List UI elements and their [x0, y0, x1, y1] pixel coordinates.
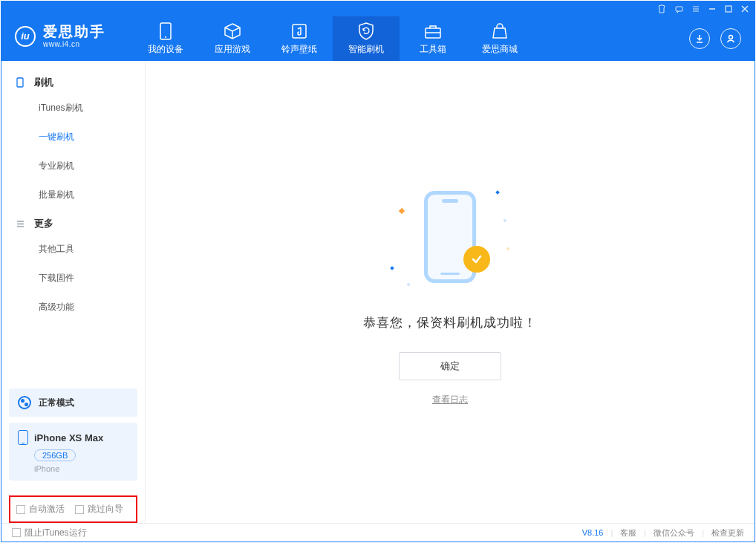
checkbox-icon — [75, 505, 84, 514]
svg-rect-0 — [676, 7, 682, 11]
svg-rect-7 — [17, 78, 23, 87]
main-content: 恭喜您，保资料刷机成功啦！ 确定 查看日志 — [146, 61, 755, 523]
logo-title: 爱思助手 — [43, 25, 105, 40]
bag-icon — [491, 22, 509, 40]
footer-kefu-link[interactable]: 客服 — [620, 527, 636, 539]
svg-point-6 — [729, 36, 733, 39]
nav-apps[interactable]: 应用游戏 — [199, 16, 266, 61]
checkbox-label: 自动激活 — [29, 503, 65, 516]
download-manager-button[interactable] — [689, 28, 710, 49]
maximize-icon[interactable] — [725, 5, 732, 13]
menu-icon[interactable] — [692, 5, 700, 13]
sidebar-section-flash[interactable]: 刷机 — [1, 68, 145, 94]
logo[interactable]: iu 爱思助手 www.i4.cn — [1, 25, 119, 53]
sidebar-item-download-firmware[interactable]: 下载固件 — [1, 264, 145, 293]
sidebar: 刷机 iTunes刷机 一键刷机 专业刷机 批量刷机 更多 其他工具 下载固件 … — [1, 61, 146, 523]
mode-label: 正常模式 — [39, 397, 74, 409]
svg-point-3 — [165, 36, 166, 38]
nav-label: 工具箱 — [420, 43, 446, 56]
feedback-icon[interactable] — [675, 5, 683, 13]
music-icon — [290, 22, 308, 40]
ok-button[interactable]: 确定 — [399, 352, 501, 380]
footer-wechat-link[interactable]: 微信公众号 — [654, 527, 694, 539]
mode-icon — [18, 396, 31, 409]
nav-my-device[interactable]: 我的设备 — [132, 16, 199, 61]
sidebar-section-more[interactable]: 更多 — [1, 209, 145, 235]
device-panel[interactable]: iPhone XS Max 256GB iPhone — [9, 423, 137, 481]
section-title: 刷机 — [34, 76, 53, 89]
skip-guide-checkbox[interactable]: 跳过向导 — [75, 503, 123, 516]
mode-indicator[interactable]: 正常模式 — [9, 388, 137, 417]
checkbox-label: 跳过向导 — [88, 503, 123, 516]
sidebar-item-advanced[interactable]: 高级功能 — [1, 293, 145, 322]
footer-update-link[interactable]: 检查更新 — [711, 527, 744, 539]
version-label: V8.16 — [582, 528, 604, 537]
svg-rect-4 — [293, 25, 306, 38]
minimize-icon[interactable] — [708, 5, 716, 13]
titlebar — [1, 1, 755, 16]
nav-label: 我的设备 — [148, 43, 183, 56]
header: iu 爱思助手 www.i4.cn 我的设备 应用游戏 铃声壁纸 智能刷机 工具… — [1, 16, 755, 61]
shield-refresh-icon — [357, 22, 375, 40]
nav-flash[interactable]: 智能刷机 — [333, 16, 400, 61]
phone-icon — [157, 22, 175, 40]
device-capacity: 256GB — [34, 449, 76, 461]
close-icon[interactable] — [741, 5, 749, 13]
highlighted-options: 自动激活 跳过向导 — [9, 495, 137, 523]
user-button[interactable] — [720, 28, 741, 49]
success-illustration — [383, 178, 517, 296]
sidebar-item-onekey-flash[interactable]: 一键刷机 — [1, 123, 145, 152]
checkbox-icon — [12, 528, 21, 537]
auto-activate-checkbox[interactable]: 自动激活 — [16, 503, 65, 516]
check-badge-icon — [463, 246, 490, 273]
svg-rect-1 — [726, 6, 731, 12]
section-title: 更多 — [34, 217, 53, 230]
sidebar-item-itunes-flash[interactable]: iTunes刷机 — [1, 94, 145, 123]
skin-icon[interactable] — [657, 4, 666, 13]
nav-ringtone[interactable]: 铃声壁纸 — [266, 16, 333, 61]
logo-subtitle: www.i4.cn — [43, 40, 105, 48]
footer: 阻止iTunes运行 V8.16 | 客服 | 微信公众号 | 检查更新 — [1, 523, 755, 542]
checkbox-icon — [16, 505, 25, 514]
device-icon — [18, 430, 28, 445]
success-message: 恭喜您，保资料刷机成功啦！ — [363, 314, 537, 331]
block-itunes-checkbox[interactable]: 阻止iTunes运行 — [12, 527, 87, 539]
sidebar-item-pro-flash[interactable]: 专业刷机 — [1, 152, 145, 181]
nav-label: 爱思商城 — [482, 43, 518, 56]
hamburger-icon — [16, 220, 27, 228]
logo-icon: iu — [15, 26, 36, 47]
device-name: iPhone XS Max — [34, 432, 103, 443]
sidebar-item-batch-flash[interactable]: 批量刷机 — [1, 181, 145, 209]
nav-label: 智能刷机 — [348, 43, 384, 56]
nav-store[interactable]: 爱思商城 — [466, 16, 533, 61]
phone-small-icon — [16, 77, 27, 88]
checkbox-label: 阻止iTunes运行 — [25, 527, 87, 539]
nav-toolbox[interactable]: 工具箱 — [400, 16, 466, 61]
device-type: iPhone — [34, 464, 128, 473]
nav: 我的设备 应用游戏 铃声壁纸 智能刷机 工具箱 爱思商城 — [132, 16, 533, 61]
nav-label: 铃声壁纸 — [281, 43, 317, 56]
view-log-link[interactable]: 查看日志 — [432, 394, 468, 406]
nav-label: 应用游戏 — [215, 43, 250, 56]
cube-icon — [224, 22, 241, 40]
sidebar-item-other-tools[interactable]: 其他工具 — [1, 235, 145, 264]
toolbox-icon — [424, 22, 442, 40]
